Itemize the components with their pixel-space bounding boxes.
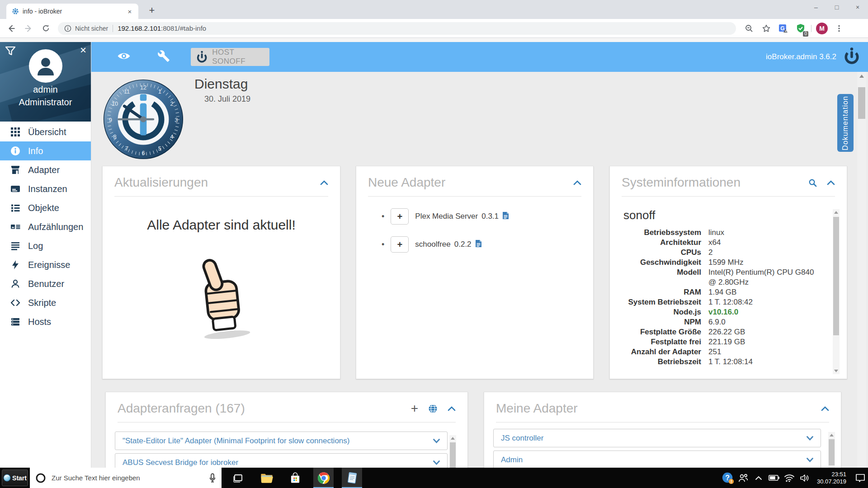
zoom-icon[interactable] <box>741 24 758 33</box>
people-tray-icon[interactable] <box>736 468 751 488</box>
collapse-chevron-icon[interactable] <box>573 180 581 185</box>
shield-extension-icon[interactable]: 0 <box>792 23 809 34</box>
bullet: • <box>382 240 384 249</box>
avatar[interactable] <box>29 49 62 83</box>
start-button[interactable]: Start <box>2 469 28 486</box>
address-bar[interactable]: Nicht sicher 192.168.2.101 :8081/#tab-in… <box>58 22 736 35</box>
notepad-taskbar-icon[interactable] <box>342 468 362 488</box>
taskbar-search-input[interactable] <box>52 474 209 482</box>
iobroker-logo-icon <box>843 47 861 67</box>
sidebar-item-instanzen[interactable]: Instanzen <box>0 179 91 198</box>
filter-funnel-icon[interactable] <box>5 46 16 58</box>
sidebar-item-ereignisse[interactable]: Ereignisse <box>0 255 91 274</box>
speaker-icon[interactable] <box>797 468 812 488</box>
forward-icon[interactable] <box>20 24 37 33</box>
scrollbar-thumb[interactable] <box>833 217 839 335</box>
card-scrollbar[interactable] <box>833 209 840 374</box>
code-icon <box>10 297 21 308</box>
reload-icon[interactable] <box>37 24 54 33</box>
thumbs-up-image <box>103 241 340 345</box>
list-item: • + schoolfree 0.2.2 <box>382 236 593 253</box>
svg-text:6: 6 <box>142 150 145 156</box>
window-minimize-button[interactable]: – <box>806 0 826 14</box>
collapse-chevron-icon[interactable] <box>821 406 829 411</box>
globe-icon[interactable] <box>428 404 438 413</box>
host-sonoff-button[interactable]: HOST SONOFF <box>191 48 269 66</box>
bullet: • <box>382 212 384 221</box>
scrollbar-thumb[interactable] <box>858 87 865 119</box>
scrollbar-thumb[interactable] <box>450 442 456 469</box>
weekday-title: Dienstag <box>194 76 248 92</box>
store-icon <box>10 164 21 175</box>
my-adapter-dropdown[interactable]: JS controller <box>493 429 821 447</box>
scroll-up-icon[interactable] <box>828 432 835 438</box>
microphone-icon[interactable] <box>209 473 216 483</box>
window-maximize-button[interactable]: □ <box>826 0 847 14</box>
readme-doc-icon[interactable] <box>502 211 509 221</box>
search-icon[interactable] <box>808 178 817 187</box>
info-circle-icon[interactable] <box>64 25 71 32</box>
lightning-icon <box>10 259 21 270</box>
taskbar-clock[interactable]: 23:51 30.07.2019 <box>817 471 846 485</box>
taskbar-search-box[interactable] <box>30 468 222 488</box>
page-scrollbar[interactable] <box>857 72 866 468</box>
chrome-taskbar-icon[interactable] <box>313 468 334 488</box>
back-icon[interactable] <box>3 24 20 33</box>
help-tray-icon[interactable]: ? <box>720 468 736 488</box>
sidebar-item-adapter[interactable]: Adapter <box>0 160 91 179</box>
sidebar-header: × admin Administrator <box>0 42 91 122</box>
collapse-chevron-icon[interactable] <box>827 180 835 185</box>
window-close-button[interactable]: × <box>847 0 868 14</box>
scroll-down-icon[interactable] <box>833 368 840 374</box>
new-adapters-title: Neue Adapter <box>368 175 563 190</box>
task-view-icon[interactable] <box>228 468 248 488</box>
bookmark-star-icon[interactable] <box>758 24 775 33</box>
sidebar-item-uebersicht[interactable]: Übersicht <box>0 122 91 141</box>
chevron-down-icon <box>433 439 440 443</box>
scroll-up-icon[interactable] <box>449 435 456 441</box>
eye-icon[interactable] <box>117 50 131 64</box>
sidebar: × admin Administrator Übersicht Inf <box>0 42 91 468</box>
start-shell-icon <box>3 474 11 482</box>
install-adapter-button[interactable]: + <box>391 236 409 253</box>
file-explorer-icon[interactable] <box>256 468 277 488</box>
scrollbar-thumb[interactable] <box>829 439 835 465</box>
action-center-icon[interactable] <box>853 468 868 488</box>
url-separator <box>113 25 113 32</box>
adapter-version: 0.3.1 <box>481 212 499 221</box>
translate-extension-icon[interactable]: G <box>775 23 792 34</box>
scroll-up-icon[interactable] <box>833 209 840 216</box>
scroll-up-icon[interactable] <box>857 73 866 79</box>
battery-icon[interactable] <box>766 468 782 488</box>
profile-avatar[interactable]: M <box>813 23 830 34</box>
my-adapter-dropdown[interactable]: Admin <box>493 450 821 469</box>
adapter-request-dropdown[interactable]: "State-Editor Lite" Adapter (Minimal Foo… <box>115 432 448 450</box>
microsoft-store-icon[interactable] <box>285 468 305 488</box>
documentation-tab[interactable]: Dokumentation <box>837 94 854 152</box>
install-adapter-button[interactable]: + <box>391 208 409 225</box>
tab-close-icon[interactable]: × <box>126 8 134 15</box>
add-request-icon[interactable]: + <box>411 404 418 413</box>
wrench-icon[interactable] <box>157 50 170 64</box>
svg-text:3: 3 <box>175 117 178 123</box>
sidebar-item-skripte[interactable]: Skripte <box>0 293 91 312</box>
person-icon <box>33 54 58 78</box>
collapse-chevron-icon[interactable] <box>320 180 328 185</box>
collapse-chevron-icon[interactable] <box>448 406 456 411</box>
sidebar-close-icon[interactable]: × <box>80 44 86 56</box>
tray-expand-chevron-icon[interactable] <box>751 468 766 488</box>
sidebar-item-info[interactable]: Info <box>0 141 91 160</box>
tab-title: info - ioBroker <box>23 8 126 15</box>
sidebar-item-benutzer[interactable]: Benutzer <box>0 274 91 293</box>
wifi-icon[interactable] <box>782 468 797 488</box>
sidebar-item-hosts[interactable]: Hosts <box>0 312 91 331</box>
sidebar-item-log[interactable]: Log <box>0 236 91 255</box>
sidebar-item-objekte[interactable]: Objekte <box>0 198 91 217</box>
readme-doc-icon[interactable] <box>475 239 482 249</box>
system-info-body: sonoff Betriebssystemlinux Architekturx6… <box>610 197 847 367</box>
sidebar-item-aufzaehlungen[interactable]: Aufzählungen <box>0 217 91 236</box>
browser-menu-icon[interactable] <box>830 24 848 33</box>
new-tab-button[interactable]: + <box>146 5 158 17</box>
browser-tab[interactable]: info - ioBroker × <box>6 4 138 19</box>
divider <box>114 196 328 197</box>
